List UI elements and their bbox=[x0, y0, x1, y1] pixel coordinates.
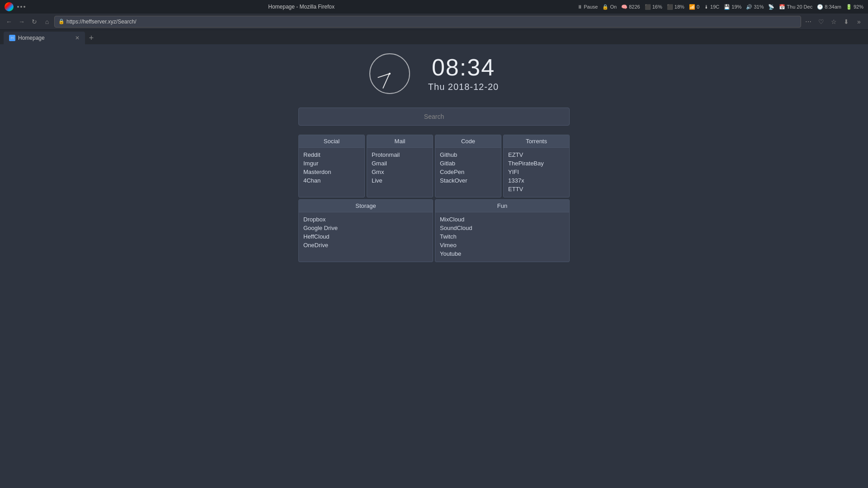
links-grid: Social Reddit Imgur Masterdon 4Chan Mail… bbox=[298, 135, 570, 262]
bookmark-button[interactable]: ♡ bbox=[816, 16, 826, 27]
browser-tabbar: H Homepage ✕ + bbox=[0, 30, 868, 44]
code-links: Github Gitlab CodePen StackOver bbox=[435, 148, 501, 188]
link-4chan[interactable]: 4Chan bbox=[303, 177, 360, 184]
tab-label: Homepage bbox=[18, 35, 45, 41]
volume-status: 🔊 31% bbox=[746, 4, 764, 10]
link-dropbox[interactable]: Dropbox bbox=[303, 216, 428, 223]
temp-status: 🌡 19C bbox=[704, 4, 719, 9]
titlebar-status: ⏸ Pause 🔒 On 🧠 8226 ⬛ 16% ⬛ 18% 📶 0 🌡 19… bbox=[577, 4, 863, 10]
address-bar[interactable]: 🔒 https://heffserver.xyz/Search/ bbox=[54, 16, 801, 28]
digital-time: 08:34 Thu 2018-12-20 bbox=[428, 56, 499, 92]
link-1337x[interactable]: 1337x bbox=[508, 177, 565, 184]
wifi-icon: 📡 bbox=[768, 4, 774, 10]
storage-links: Dropbox Google Drive HeffCloud OneDrive bbox=[299, 212, 433, 253]
grid-row-2: Storage Dropbox Google Drive HeffCloud O… bbox=[298, 199, 570, 262]
net-status: 📶 0 bbox=[689, 4, 699, 10]
fun-links: MixCloud SoundCloud Twitch Vimeo Youtube bbox=[435, 212, 569, 262]
forward-button[interactable]: → bbox=[16, 16, 27, 27]
social-links: Reddit Imgur Masterdon 4Chan bbox=[299, 148, 364, 188]
category-code: Code Github Gitlab CodePen StackOver bbox=[435, 135, 501, 197]
reload-button[interactable]: ↻ bbox=[29, 16, 40, 27]
clock-area: 08:34 Thu 2018-12-20 bbox=[369, 53, 499, 94]
tab-close-button[interactable]: ✕ bbox=[75, 35, 80, 41]
link-ettv[interactable]: ETTV bbox=[508, 186, 565, 192]
menu-button[interactable]: ⬇ bbox=[841, 16, 852, 27]
torrents-header: Torrents bbox=[504, 135, 569, 148]
memory-status: 🧠 8226 bbox=[621, 4, 640, 10]
clock-center bbox=[389, 73, 391, 75]
fun-header: Fun bbox=[435, 200, 569, 212]
link-thepiratebay[interactable]: ThePirateBay bbox=[508, 160, 565, 167]
window-title: Homepage - Mozilla Firefox bbox=[29, 4, 574, 10]
active-tab[interactable]: H Homepage ✕ bbox=[4, 32, 85, 44]
titlebar-dots bbox=[17, 6, 25, 8]
link-onedrive[interactable]: OneDrive bbox=[303, 242, 428, 249]
link-imgur[interactable]: Imgur bbox=[303, 160, 360, 167]
lock-status: 🔒 On bbox=[602, 4, 617, 10]
date-display: Thu 2018-12-20 bbox=[428, 82, 499, 92]
search-input[interactable] bbox=[298, 108, 570, 126]
category-storage: Storage Dropbox Google Drive HeffCloud O… bbox=[298, 199, 433, 262]
link-codepen[interactable]: CodePen bbox=[440, 169, 496, 175]
time-display: 08:34 bbox=[428, 56, 499, 79]
tab-favicon: H bbox=[9, 35, 15, 41]
link-googledrive[interactable]: Google Drive bbox=[303, 225, 428, 231]
category-torrents: Torrents EZTV ThePirateBay YIFI 1337x ET… bbox=[503, 135, 570, 197]
link-heffcloud[interactable]: HeffCloud bbox=[303, 233, 428, 240]
extend-button[interactable]: » bbox=[854, 16, 864, 27]
link-stackoverflow[interactable]: StackOver bbox=[440, 177, 496, 184]
link-reddit[interactable]: Reddit bbox=[303, 151, 360, 158]
social-header: Social bbox=[299, 135, 364, 148]
cpu-status: ⬛ 16% bbox=[645, 4, 662, 10]
security-lock-icon: 🔒 bbox=[58, 19, 65, 24]
category-social: Social Reddit Imgur Masterdon 4Chan bbox=[298, 135, 365, 197]
code-header: Code bbox=[435, 135, 501, 148]
link-soundcloud[interactable]: SoundCloud bbox=[440, 225, 565, 231]
link-gmail[interactable]: Gmail bbox=[372, 160, 428, 167]
more-button[interactable]: ⋯ bbox=[803, 16, 814, 27]
link-github[interactable]: Github bbox=[440, 151, 496, 158]
mail-links: Protonmail Gmail Gmx Live bbox=[367, 148, 433, 188]
link-protonmail[interactable]: Protonmail bbox=[372, 151, 428, 158]
battery-status: 🔋 92% bbox=[846, 4, 863, 10]
link-yifi[interactable]: YIFI bbox=[508, 169, 565, 175]
link-vimeo[interactable]: Vimeo bbox=[440, 242, 565, 249]
search-container bbox=[298, 108, 570, 126]
analog-clock bbox=[369, 53, 410, 94]
storage-header: Storage bbox=[299, 200, 433, 212]
star-button[interactable]: ☆ bbox=[828, 16, 839, 27]
torrents-links: EZTV ThePirateBay YIFI 1337x ETTV bbox=[504, 148, 569, 197]
browser-titlebar: Homepage - Mozilla Firefox ⏸ Pause 🔒 On … bbox=[0, 0, 868, 14]
category-mail: Mail Protonmail Gmail Gmx Live bbox=[367, 135, 433, 197]
pause-btn[interactable]: ⏸ Pause bbox=[577, 4, 598, 9]
link-eztv[interactable]: EZTV bbox=[508, 151, 565, 158]
browser-logo bbox=[5, 2, 14, 11]
grid-row-1: Social Reddit Imgur Masterdon 4Chan Mail… bbox=[298, 135, 570, 197]
link-youtube[interactable]: Youtube bbox=[440, 250, 565, 257]
link-gitlab[interactable]: Gitlab bbox=[440, 160, 496, 167]
link-live[interactable]: Live bbox=[372, 177, 428, 184]
mail-header: Mail bbox=[367, 135, 433, 148]
browser-navbar: ← → ↻ ⌂ 🔒 https://heffserver.xyz/Search/… bbox=[0, 14, 868, 30]
category-fun: Fun MixCloud SoundCloud Twitch Vimeo You… bbox=[435, 199, 570, 262]
url-text: https://heffserver.xyz/Search/ bbox=[66, 19, 137, 25]
new-tab-button[interactable]: + bbox=[85, 32, 98, 44]
link-twitch[interactable]: Twitch bbox=[440, 233, 565, 240]
browser-content: 08:34 Thu 2018-12-20 Social Reddit Imgur… bbox=[0, 44, 868, 488]
home-button[interactable]: ⌂ bbox=[42, 16, 52, 27]
disk-status: 💾 19% bbox=[724, 4, 741, 10]
datetime-status: 📅 Thu 20 Dec bbox=[779, 4, 812, 10]
link-gmx[interactable]: Gmx bbox=[372, 169, 428, 175]
link-mixcloud[interactable]: MixCloud bbox=[440, 216, 565, 223]
nav-extra-buttons: ⋯ ♡ ☆ ⬇ » bbox=[803, 16, 864, 27]
cpu2-status: ⬛ 18% bbox=[667, 4, 684, 10]
back-button[interactable]: ← bbox=[4, 16, 14, 27]
time-status: 🕐 8:34am bbox=[817, 4, 841, 10]
link-masterdon[interactable]: Masterdon bbox=[303, 169, 360, 175]
